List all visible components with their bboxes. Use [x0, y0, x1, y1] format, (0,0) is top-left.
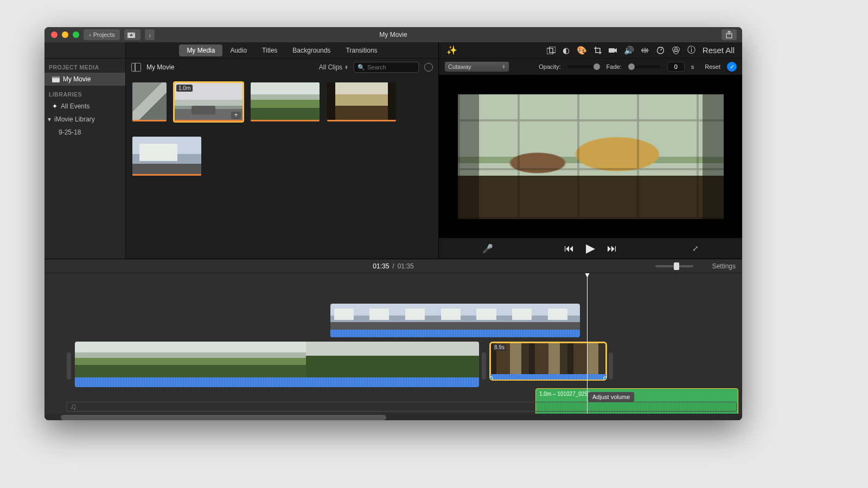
- info-button[interactable]: ⓘ: [687, 45, 695, 55]
- color-correction-button[interactable]: 🎨: [577, 46, 587, 55]
- clip-thumb[interactable]: [327, 82, 396, 121]
- clip-edge-handle[interactable]: [609, 352, 613, 380]
- sidebar-all-events[interactable]: ✦ All Events: [44, 100, 125, 113]
- search-input[interactable]: [367, 64, 411, 70]
- import-button[interactable]: [124, 29, 141, 40]
- close-window-button[interactable]: [51, 31, 58, 38]
- projects-back-button[interactable]: ‹ Projects: [84, 29, 120, 40]
- download-button[interactable]: ↓: [145, 29, 155, 40]
- playhead[interactable]: [587, 273, 588, 414]
- timeline-zoom-slider[interactable]: [655, 265, 693, 267]
- fade-handle-left[interactable]: [490, 376, 493, 380]
- playback-controls: 🎤 ⏮ ▶ ⏭ ⤢: [439, 238, 742, 259]
- clip-edge-handle[interactable]: [67, 352, 71, 380]
- clip-duration-badge: 1.0m: [176, 85, 193, 92]
- overlay-mode-dropdown[interactable]: Cutaway ▲▼: [444, 61, 509, 72]
- clip-thumb[interactable]: [132, 137, 201, 176]
- media-browser: My Media Audio Titles Backgrounds Transi…: [126, 42, 438, 259]
- share-button[interactable]: [722, 29, 737, 40]
- timeline-scrollbar[interactable]: [61, 415, 386, 420]
- zoom-window-button[interactable]: [73, 31, 79, 38]
- toggle-sidebar-button[interactable]: [131, 63, 141, 72]
- enhance-button[interactable]: ✨: [446, 45, 457, 55]
- tab-transitions[interactable]: Transitions: [338, 44, 385, 56]
- svg-rect-6: [609, 48, 615, 53]
- fade-handle-right[interactable]: [603, 376, 606, 380]
- clip-filter-dropdown[interactable]: All Clips ▲▼: [319, 63, 348, 71]
- overlay-mode-label: Cutaway: [448, 63, 471, 70]
- next-button[interactable]: ⏭: [607, 243, 617, 254]
- fullscreen-button[interactable]: ⤢: [692, 244, 699, 253]
- sidebar-library[interactable]: ▾ iMovie Library: [44, 113, 125, 126]
- upper-panel: PROJECT MEDIA My Movie LIBRARIES ✦ All E…: [44, 42, 742, 259]
- overlay-settings-button[interactable]: [547, 47, 556, 54]
- speed-button[interactable]: [656, 46, 665, 54]
- search-icon: 🔍: [358, 64, 365, 71]
- clip-thumbnails: 1.0m +: [126, 76, 438, 259]
- stepper-icon: ▲▼: [344, 65, 348, 69]
- fade-value-field[interactable]: 0: [667, 62, 685, 72]
- voiceover-button[interactable]: 🎤: [482, 243, 493, 254]
- primary-clip-1[interactable]: [75, 342, 479, 387]
- fade-slider[interactable]: [628, 66, 661, 68]
- timeline-panel: 01:35 / 01:35 Settings: [44, 259, 742, 420]
- apply-button[interactable]: ✓: [727, 62, 737, 72]
- filters-button[interactable]: [672, 47, 680, 54]
- opacity-label: Opacity:: [539, 63, 560, 70]
- opacity-slider[interactable]: [567, 66, 600, 68]
- tab-backgrounds[interactable]: Backgrounds: [285, 44, 338, 56]
- color-balance-button[interactable]: ◐: [563, 46, 570, 55]
- prev-button[interactable]: ⏮: [564, 243, 574, 254]
- disclosure-triangle-icon[interactable]: ▾: [48, 115, 51, 123]
- viewer-panel: ✨ ◐ 🎨 🔊 ⓘ Reset All Cutaway: [438, 42, 742, 259]
- share-icon: [726, 31, 732, 38]
- volume-button[interactable]: 🔊: [624, 46, 634, 55]
- clip-duration-label: 8.9s: [493, 344, 506, 351]
- stabilization-button[interactable]: [609, 47, 617, 54]
- total-time: 01:35: [398, 262, 414, 270]
- library-label: iMovie Library: [54, 115, 95, 123]
- libraries-header: LIBRARIES: [44, 86, 125, 100]
- tooltip: Adjust volume: [588, 392, 634, 402]
- timeline-tracks[interactable]: 8.9s 1.0m – 101027_0251 Adjust volume ♫: [44, 273, 742, 414]
- video-frame: [458, 94, 724, 219]
- play-button[interactable]: ▶: [586, 241, 595, 255]
- timeline-settings-button[interactable]: Settings: [712, 262, 736, 270]
- add-to-timeline-button[interactable]: +: [231, 112, 241, 119]
- minimize-window-button[interactable]: [62, 31, 68, 38]
- timecode-row: 01:35 / 01:35 Settings: [44, 259, 742, 273]
- clip-edge-handle[interactable]: [482, 352, 486, 380]
- star-icon: ✦: [52, 102, 58, 110]
- tab-titles[interactable]: Titles: [254, 44, 285, 56]
- stepper-icon: ▲▼: [502, 65, 506, 69]
- reset-all-button[interactable]: Reset All: [703, 46, 735, 55]
- crop-button[interactable]: [594, 47, 602, 54]
- browser-settings-button[interactable]: [424, 63, 433, 72]
- cutaway-clip[interactable]: [330, 304, 580, 337]
- clip-thumb[interactable]: [251, 82, 320, 121]
- project-media-header: PROJECT MEDIA: [44, 59, 125, 73]
- sidebar-project-item[interactable]: My Movie: [44, 73, 125, 86]
- browser-tabs: My Media Audio Titles Backgrounds Transi…: [126, 42, 438, 59]
- reset-button[interactable]: Reset: [705, 63, 720, 70]
- tab-my-media[interactable]: My Media: [179, 44, 222, 56]
- preview-viewport[interactable]: [439, 75, 742, 238]
- time-separator: /: [392, 262, 394, 270]
- sidebar-event[interactable]: 9-25-18: [44, 126, 125, 139]
- sidebar-project-label: My Movie: [63, 75, 91, 83]
- clip-thumb[interactable]: [132, 82, 167, 121]
- traffic-lights: [44, 31, 79, 38]
- search-field[interactable]: 🔍: [354, 62, 419, 73]
- background-music-well[interactable]: ♫: [66, 402, 737, 412]
- tab-audio[interactable]: Audio: [222, 44, 254, 56]
- projects-label: Projects: [93, 31, 115, 38]
- clip-thumb-selected[interactable]: 1.0m +: [174, 82, 243, 121]
- all-events-label: All Events: [61, 102, 90, 110]
- noise-reduction-button[interactable]: [641, 47, 649, 54]
- browser-tab-group: My Media Audio Titles Backgrounds Transi…: [179, 44, 385, 56]
- clip-filter-label: All Clips: [319, 63, 342, 71]
- primary-clip-2-selected[interactable]: 8.9s: [490, 343, 606, 380]
- sidebar: PROJECT MEDIA My Movie LIBRARIES ✦ All E…: [44, 42, 126, 259]
- app-window: ‹ Projects ↓ My Movie PROJECT MEDIA My M…: [44, 27, 742, 420]
- chevron-left-icon: ‹: [89, 31, 91, 38]
